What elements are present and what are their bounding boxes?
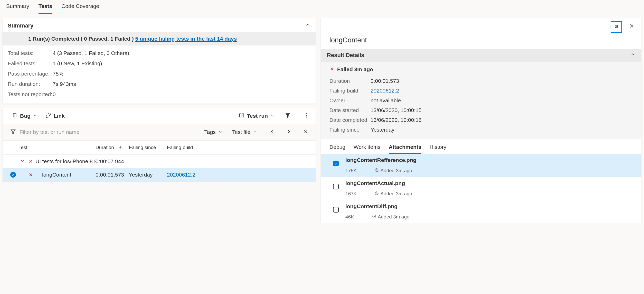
- kv-completed-value: 13/06/2020, 10:00:16: [371, 117, 422, 123]
- summary-card: Summary 1 Run(s) Completed ( 0 Passed, 1…: [3, 18, 316, 104]
- testrun-dropdown[interactable]: Test run: [239, 113, 274, 120]
- details-panel: longContent Result Details Failed 3m ago…: [321, 18, 641, 223]
- svg-rect-3: [242, 114, 244, 117]
- kv-started-label: Date started: [329, 107, 371, 113]
- more-options-button[interactable]: [301, 111, 311, 121]
- expand-panel-button[interactable]: [611, 21, 622, 33]
- clear-filter-button[interactable]: [301, 127, 311, 137]
- svg-marker-4: [286, 113, 290, 118]
- kv-failbuild-link[interactable]: 20200612.2: [371, 88, 399, 94]
- svg-point-6: [306, 115, 307, 116]
- attachment-size: 46K: [345, 214, 354, 220]
- sort-arrow-icon[interactable]: [119, 145, 122, 150]
- selected-indicator-icon[interactable]: [10, 172, 16, 178]
- kebab-icon: [304, 113, 309, 120]
- chevron-up-icon[interactable]: [305, 22, 310, 29]
- close-panel-button[interactable]: [627, 21, 637, 32]
- total-tests-label: Total tests:: [8, 50, 53, 56]
- group-name: UI tests for ios/iPhone 8 Plus: [35, 158, 96, 164]
- attachment-checkbox[interactable]: [333, 207, 339, 213]
- attachment-added: Added 3m ago: [380, 191, 412, 197]
- clock-icon: [375, 191, 379, 197]
- kv-since-label: Failing since: [329, 127, 371, 133]
- subtab-debug[interactable]: Debug: [329, 142, 345, 154]
- subtab-attachments[interactable]: Attachments: [389, 142, 421, 154]
- chevron-down-icon: [253, 129, 257, 135]
- clock-icon: [372, 214, 376, 220]
- tags-label: Tags: [204, 129, 216, 135]
- attachment-name: longContentActual.png: [345, 180, 412, 186]
- kv-completed-label: Date completed: [329, 117, 371, 123]
- attachment-row[interactable]: longContentActual.png 167K Added 3m ago: [321, 177, 641, 200]
- testfile-filter[interactable]: Test file: [229, 127, 260, 137]
- prev-button[interactable]: [267, 127, 277, 137]
- attachment-name: longContentRefference.png: [345, 157, 416, 163]
- test-failing-build[interactable]: 20200612.2: [167, 172, 198, 178]
- top-tabs: Summary Tests Code Coverage: [0, 0, 644, 14]
- table-header: Test Duration Failing since Failing buil…: [3, 141, 316, 155]
- test-group-row[interactable]: UI tests for ios/iPhone 8 Plus 0:00:07.9…: [3, 155, 316, 168]
- pass-percentage-value: 75%: [53, 71, 63, 77]
- run-completion-text: 1 Run(s) Completed ( 0 Passed, 1 Failed …: [28, 36, 135, 42]
- column-options-icon: [239, 113, 244, 120]
- subtab-work-items[interactable]: Work items: [354, 142, 381, 154]
- attachment-checkbox[interactable]: [333, 184, 339, 189]
- close-icon: [303, 129, 309, 136]
- kv-since-value: Yesterday: [371, 127, 394, 133]
- svg-rect-2: [240, 114, 241, 117]
- header-failing-since[interactable]: Failing since: [129, 145, 167, 150]
- tab-code-coverage[interactable]: Code Coverage: [61, 3, 99, 14]
- tab-tests[interactable]: Tests: [39, 3, 52, 14]
- detail-subtabs: Debug Work items Attachments History: [321, 139, 641, 154]
- kv-owner-value: not available: [371, 97, 401, 104]
- attachment-checkbox[interactable]: [333, 161, 339, 166]
- kv-duration-value: 0:00:01.573: [371, 78, 399, 84]
- filter-toggle-button[interactable]: [283, 111, 293, 121]
- kv-duration-label: Duration: [329, 78, 371, 84]
- chevron-up-icon[interactable]: [630, 52, 635, 59]
- group-duration: 0:00:07.944: [96, 158, 129, 164]
- svg-line-16: [615, 25, 617, 27]
- panel-title: longContent: [321, 34, 641, 49]
- expand-toggle[interactable]: [18, 158, 26, 164]
- funnel-icon: [285, 113, 291, 120]
- tab-summary[interactable]: Summary: [6, 3, 29, 14]
- attachment-size: 175K: [345, 168, 357, 173]
- next-button[interactable]: [284, 127, 294, 137]
- chevron-down-icon: [218, 129, 222, 135]
- tags-filter[interactable]: Tags: [201, 127, 225, 137]
- bug-button[interactable]: Bug: [12, 113, 37, 120]
- filter-input[interactable]: [20, 129, 99, 135]
- tests-pane: Bug Link Test run: [3, 108, 316, 181]
- link-label: Link: [54, 113, 65, 119]
- link-button[interactable]: Link: [45, 113, 65, 120]
- run-duration-value: 7s 943ms: [53, 81, 76, 87]
- total-tests-value: 4 (3 Passed, 1 Failed, 0 Others): [53, 50, 129, 56]
- fail-icon: [26, 172, 35, 177]
- test-name: longContent: [35, 172, 96, 178]
- kv-owner-label: Owner: [329, 97, 371, 104]
- attachment-row[interactable]: longContentDiff.png 46K Added 3m ago: [321, 200, 641, 223]
- failed-tests-label: Failed tests:: [8, 60, 53, 67]
- header-test[interactable]: Test: [18, 145, 96, 150]
- svg-rect-0: [13, 113, 16, 117]
- fail-icon: [26, 159, 35, 164]
- test-duration: 0:00:01.573: [96, 172, 129, 178]
- link-icon: [45, 113, 51, 120]
- testfile-label: Test file: [232, 129, 250, 135]
- attachment-added: Added 3m ago: [380, 168, 412, 173]
- kv-started-value: 13/06/2020, 10:00:15: [371, 107, 422, 113]
- attachment-row[interactable]: longContentRefference.png 175K Added 3m …: [321, 154, 641, 177]
- attachment-name: longContentDiff.png: [345, 203, 409, 209]
- header-failing-build[interactable]: Failing build: [167, 145, 198, 150]
- testrun-label: Test run: [247, 113, 268, 119]
- chevron-right-icon: [286, 129, 292, 136]
- test-row[interactable]: longContent 0:00:01.573 Yesterday 202006…: [3, 168, 316, 181]
- subtab-history[interactable]: History: [430, 142, 446, 154]
- header-duration[interactable]: Duration: [96, 145, 114, 150]
- chevron-left-icon: [269, 129, 275, 136]
- svg-marker-8: [11, 130, 15, 134]
- bug-icon: [12, 113, 17, 120]
- status-text: Failed 3m ago: [337, 66, 373, 72]
- failing-tests-link[interactable]: 5 unique failing tests in the last 14 da…: [135, 36, 237, 42]
